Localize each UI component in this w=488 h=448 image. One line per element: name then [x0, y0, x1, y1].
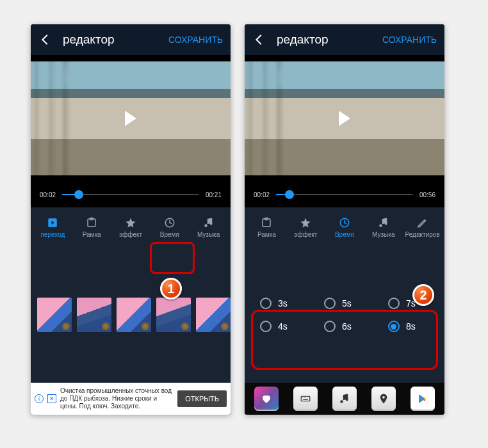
svg-point-4 [209, 222, 212, 225]
svg-rect-9 [301, 396, 310, 401]
play-square-icon [47, 217, 58, 228]
radio-icon [388, 298, 400, 309]
ad-banner: i ✕ Очистка промышленных сточных вод до … [31, 383, 231, 415]
back-button[interactable] [252, 33, 266, 47]
timeline-track[interactable] [276, 194, 413, 195]
screen-left: редактор СОХРАНИТЬ 00:02 00:21 переход Р… [31, 24, 231, 415]
tab-label: Время [160, 231, 179, 238]
duration-option-8s[interactable]: 8s [377, 321, 441, 332]
ad-text: Очистка промышленных сточных вод до ПДК … [60, 387, 174, 410]
svg-point-10 [346, 399, 348, 401]
tab-label: Редактиров [405, 231, 440, 238]
play-button[interactable] [339, 111, 350, 126]
duration-label: 3s [278, 298, 288, 308]
heart-icon [261, 393, 272, 404]
transition-panel [31, 247, 231, 383]
play-store-icon [417, 393, 428, 404]
tab-edit[interactable]: Редактиров [403, 214, 442, 241]
tab-label: Музыка [197, 231, 220, 238]
editor-tabbar: переход Рамка эффект Время Музыка [31, 207, 231, 247]
time-end: 00:21 [206, 191, 222, 198]
tab-frame[interactable]: Рамка [247, 214, 286, 241]
app-topbar: редактор СОХРАНИТЬ [31, 24, 231, 55]
ad-info-icon[interactable]: i [35, 394, 44, 403]
back-button[interactable] [38, 33, 53, 47]
star-icon [125, 217, 136, 228]
pencil-icon [417, 217, 428, 228]
tab-music[interactable]: Музыка [189, 214, 228, 241]
ad-open-button[interactable]: ОТКРЫТЬ [177, 390, 227, 407]
star-icon [300, 217, 311, 228]
timeline-track[interactable] [62, 194, 199, 195]
timeline-thumb[interactable] [285, 190, 294, 199]
editor-tabbar: Рамка эффект Время Музыка Редактиров [245, 207, 444, 247]
clock-icon [164, 217, 175, 228]
dock-app-play-store[interactable] [411, 387, 435, 411]
frame-icon [261, 217, 272, 228]
tab-label: Рамка [257, 231, 276, 238]
video-preview [31, 55, 231, 182]
tab-label: переход [40, 231, 65, 238]
duration-option-4s[interactable]: 4s [248, 321, 313, 332]
duration-label: 5s [342, 298, 352, 308]
music-note-icon [378, 217, 389, 228]
tab-time[interactable]: Время [325, 214, 364, 241]
tab-music[interactable]: Музыка [364, 214, 403, 241]
dock-app-keyboard[interactable] [293, 387, 318, 411]
dock-app-likee[interactable] [254, 387, 279, 411]
radio-icon [324, 298, 336, 309]
location-pin-icon [378, 393, 389, 404]
duration-label: 7s [406, 298, 416, 308]
save-button[interactable]: СОХРАНИТЬ [168, 35, 223, 45]
ad-close-icon[interactable]: ✕ [47, 394, 56, 403]
tab-label: Рамка [83, 231, 101, 238]
tab-label: Время [335, 231, 354, 238]
tab-effect[interactable]: эффект [111, 214, 150, 241]
tab-label: эффект [119, 231, 142, 238]
app-topbar: редактор СОХРАНИТЬ [245, 24, 444, 55]
radio-icon [388, 321, 400, 332]
time-start: 00:02 [254, 191, 270, 198]
music-note-icon [203, 217, 215, 228]
svg-point-8 [385, 222, 387, 225]
duration-option-5s[interactable]: 5s [313, 298, 377, 309]
transition-preset[interactable] [117, 298, 151, 332]
radio-icon [324, 321, 336, 332]
transition-preset[interactable] [77, 298, 111, 332]
timeline-thumb[interactable] [74, 190, 83, 199]
music-icon [339, 393, 350, 404]
frame-icon [86, 217, 97, 228]
duration-option-7s[interactable]: 7s [377, 298, 441, 309]
dock-app-maps[interactable] [371, 387, 396, 411]
app-title: редактор [277, 33, 372, 47]
tab-effect[interactable]: эффект [286, 214, 325, 241]
transition-preset[interactable] [196, 298, 231, 332]
time-end: 00:56 [419, 191, 435, 198]
duration-label: 8s [406, 321, 416, 332]
app-title: редактор [63, 33, 158, 47]
transition-preset[interactable] [156, 298, 191, 332]
radio-icon [260, 298, 272, 309]
time-duration-panel: 3s 5s 7s 4s 6s 8s [245, 247, 444, 383]
duration-label: 4s [278, 321, 288, 332]
keyboard-icon [300, 393, 311, 404]
tab-time[interactable]: Время [150, 214, 189, 241]
save-button[interactable]: СОХРАНИТЬ [382, 35, 437, 45]
tab-label: эффект [294, 231, 317, 238]
timeline-bar: 00:02 00:21 [31, 182, 231, 207]
play-button[interactable] [125, 111, 136, 126]
duration-option-3s[interactable]: 3s [248, 298, 313, 309]
tab-frame[interactable]: Рамка [72, 214, 111, 241]
home-dock [245, 383, 444, 415]
transition-preset[interactable] [37, 298, 72, 332]
tab-label: Музыка [372, 231, 394, 238]
tab-transition[interactable]: переход [33, 214, 72, 241]
radio-icon [260, 321, 272, 332]
timeline-bar: 00:02 00:56 [245, 182, 444, 207]
clock-icon [339, 217, 350, 228]
screen-right: редактор СОХРАНИТЬ 00:02 00:56 Рамка эфф… [245, 24, 444, 415]
dock-app-music[interactable] [332, 387, 357, 411]
duration-option-6s[interactable]: 6s [313, 321, 377, 332]
duration-label: 6s [342, 321, 352, 332]
video-preview [245, 55, 444, 182]
